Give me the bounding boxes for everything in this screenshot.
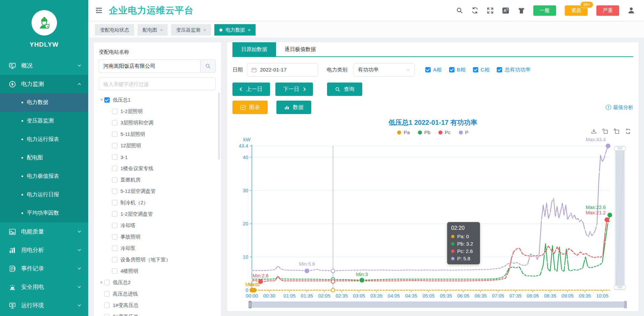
- save-image-icon[interactable]: [591, 128, 597, 135]
- tshirt-icon[interactable]: [518, 7, 525, 14]
- data-view-button[interactable]: 数据: [276, 101, 311, 114]
- sidebar-item[interactable]: 用电分析: [0, 241, 88, 259]
- tree-node[interactable]: 低压总2: [99, 277, 216, 288]
- next-day-button[interactable]: 下一日: [275, 83, 313, 96]
- nav-tab-电力数据[interactable]: 电力数据×: [214, 24, 256, 36]
- sidebar-item[interactable]: 电力监测: [0, 75, 88, 93]
- search-icon[interactable]: [456, 7, 463, 14]
- tree-node[interactable]: 5-11层照明: [99, 128, 216, 140]
- alarm-button-紧急[interactable]: 紧急99+: [565, 5, 588, 16]
- tree-node[interactable]: 高压总进线: [99, 288, 216, 300]
- checkbox-icon[interactable]: [425, 67, 431, 72]
- fullscreen-icon[interactable]: [487, 7, 494, 14]
- tree-checkbox[interactable]: [112, 189, 117, 194]
- power-type-select[interactable]: 有功功率: [354, 63, 415, 76]
- tree-checkbox[interactable]: [112, 131, 117, 137]
- tree-checkbox[interactable]: [112, 154, 117, 160]
- data-zoom-icon[interactable]: [602, 128, 608, 135]
- date-picker[interactable]: 2022-01-17: [247, 63, 318, 76]
- sidebar-subitem[interactable]: 电力数据: [0, 93, 88, 112]
- menu-fold-icon[interactable]: [95, 6, 103, 14]
- tree-node[interactable]: 3层照明和空调: [99, 117, 216, 128]
- checkbox-icon[interactable]: [497, 67, 502, 72]
- tree-checkbox[interactable]: [112, 268, 117, 274]
- tree-node[interactable]: 直燃机房: [99, 174, 216, 186]
- tree-node[interactable]: 2#变高压总: [99, 311, 216, 316]
- tree-checkbox[interactable]: [104, 291, 110, 297]
- tree-checkbox[interactable]: [112, 211, 117, 217]
- tree-checkbox[interactable]: [112, 234, 117, 240]
- sidebar-subitem[interactable]: 变压器监测: [0, 112, 88, 130]
- nav-tab-变压器监测[interactable]: 变压器监测×: [171, 24, 211, 36]
- tree-checkbox[interactable]: [104, 303, 110, 308]
- sidebar-subitem[interactable]: 电力运行报表: [0, 130, 88, 149]
- tree-checkbox[interactable]: [112, 246, 117, 251]
- tree-checkbox[interactable]: [112, 109, 117, 114]
- chart-view-button[interactable]: 图表: [232, 101, 268, 114]
- query-button[interactable]: 查询: [327, 83, 362, 96]
- translate-icon[interactable]: A 文: [502, 7, 509, 14]
- tree-checkbox[interactable]: [112, 143, 117, 148]
- alarm-button-严重[interactable]: 严重: [596, 5, 619, 16]
- sidebar-subitem[interactable]: 配电图: [0, 149, 88, 167]
- tree-node[interactable]: 12层照明: [99, 140, 216, 151]
- sidebar-subitem[interactable]: 电力极值报表: [0, 167, 88, 186]
- sidebar-item[interactable]: 概况: [0, 56, 88, 75]
- data-tab-逐日极值数据[interactable]: 逐日极值数据: [276, 42, 325, 56]
- extreme-analysis-link[interactable]: ! 最值分析: [606, 104, 633, 111]
- refresh-icon[interactable]: [471, 7, 479, 14]
- legend-item-Pc[interactable]: Pc: [438, 129, 451, 135]
- tree-checkbox[interactable]: [104, 280, 110, 285]
- prev-day-button[interactable]: 上一日: [232, 83, 270, 96]
- tree-node[interactable]: 1#变高压总: [99, 300, 216, 311]
- tree-node[interactable]: 1楼会议室专线: [99, 163, 216, 174]
- tree-checkbox[interactable]: [112, 166, 117, 171]
- caret-down-icon[interactable]: [100, 99, 103, 101]
- tree-scrollbar[interactable]: [218, 93, 220, 160]
- legend-item-Pa[interactable]: Pa: [397, 129, 410, 135]
- sidebar-item[interactable]: 电能质量: [0, 222, 88, 241]
- tree-node[interactable]: 事故照明: [99, 231, 216, 243]
- tree-checkbox[interactable]: [112, 177, 117, 182]
- legend-item-P[interactable]: P: [459, 129, 469, 135]
- tree-node[interactable]: 制冷机（2）: [99, 197, 216, 208]
- station-search-button[interactable]: [200, 59, 216, 73]
- checkbox-icon[interactable]: [473, 67, 478, 72]
- sidebar-subitem[interactable]: 电力运行日报: [0, 186, 88, 204]
- tree-node[interactable]: 冷却泵: [99, 243, 216, 254]
- close-icon[interactable]: ×: [160, 28, 163, 33]
- legend-item-Pb[interactable]: Pb: [418, 129, 430, 135]
- zoom-reset-icon[interactable]: [613, 128, 620, 135]
- tree-checkbox[interactable]: [112, 200, 117, 205]
- sidebar-item[interactable]: 运行环境: [0, 296, 88, 315]
- close-icon[interactable]: ×: [248, 28, 251, 33]
- alarm-button-一般[interactable]: 一般: [533, 5, 556, 16]
- nav-tab-配电图[interactable]: 配电图×: [138, 24, 168, 36]
- phase-checkbox-A相[interactable]: A相: [425, 66, 442, 73]
- tree-filter-input[interactable]: [99, 77, 216, 90]
- tree-checkbox[interactable]: [104, 314, 110, 316]
- phase-checkbox-C相[interactable]: C相: [473, 66, 490, 73]
- tree-node[interactable]: 设备房照明（地下室）: [99, 254, 216, 265]
- restore-icon[interactable]: [625, 128, 631, 135]
- checkbox-icon[interactable]: [449, 67, 454, 72]
- tree-node[interactable]: 3-1: [99, 151, 216, 163]
- tree-node[interactable]: 1-2层空调盘管: [99, 208, 216, 220]
- tree-checkbox[interactable]: [112, 257, 117, 262]
- sidebar-subitem[interactable]: 平均功率因数: [0, 204, 88, 222]
- station-search-input[interactable]: [99, 59, 200, 73]
- phase-checkbox-B相[interactable]: B相: [449, 66, 466, 73]
- tree-checkbox[interactable]: [112, 223, 117, 228]
- tree-node[interactable]: 低压总1: [99, 94, 216, 106]
- sidebar-item[interactable]: 事件记录: [0, 259, 88, 278]
- user-icon[interactable]: [627, 6, 635, 14]
- close-icon[interactable]: ×: [204, 28, 206, 33]
- line-chart[interactable]: 01020304043.4kW00:0000:3001:0501:3502:05…: [232, 137, 635, 312]
- caret-right-icon[interactable]: [101, 281, 103, 284]
- tree-node[interactable]: 4楼照明: [99, 265, 216, 277]
- tree-checkbox[interactable]: [104, 97, 110, 103]
- tree-checkbox[interactable]: [112, 120, 117, 125]
- tree-node[interactable]: 1-2层照明: [99, 106, 216, 117]
- phase-checkbox-总有功功率[interactable]: 总有功功率: [497, 66, 531, 73]
- tree-node[interactable]: 冷却塔: [99, 220, 216, 231]
